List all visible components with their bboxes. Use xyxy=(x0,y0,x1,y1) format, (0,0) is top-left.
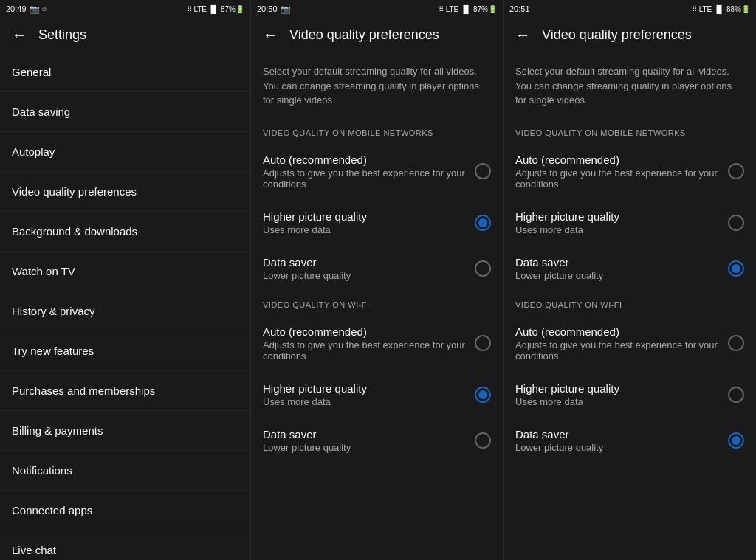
radio-btn-high-wifi-right[interactable] xyxy=(728,387,744,403)
status-time-1: 20:49 📷 ○ xyxy=(6,4,47,14)
notif-icons-1: 📷 ○ xyxy=(30,4,47,14)
radio-saver-mobile-middle[interactable]: Data saver Lower picture quality xyxy=(251,246,503,291)
settings-menu: General Data saving Autoplay Video quali… xyxy=(0,52,250,560)
radio-btn-high-mobile-right[interactable] xyxy=(728,215,744,231)
radio-btn-high-mobile-middle[interactable] xyxy=(475,215,491,231)
radio-saver-mobile-right[interactable]: Data saver Lower picture quality xyxy=(504,246,756,291)
status-bar-3: 20:51 ⠿ LTE ▐▌ 88%🔋 xyxy=(504,0,756,18)
signal-2: ⠿ LTE ▐▌ 87%🔋 xyxy=(439,5,497,13)
radio-btn-auto-mobile-middle[interactable] xyxy=(475,163,491,179)
radio-saver-wifi-middle[interactable]: Data saver Lower picture quality xyxy=(251,418,503,463)
status-bar-2: 20:50 📷 ⠿ LTE ▐▌ 87%🔋 xyxy=(251,0,503,18)
radio-auto-mobile-middle[interactable]: Auto (recommended) Adjusts to give you t… xyxy=(251,143,503,200)
vq-header-middle: ← Video quality preferences xyxy=(251,18,503,52)
settings-item-connected-apps[interactable]: Connected apps xyxy=(0,491,250,530)
time-1: 20:49 xyxy=(6,4,27,13)
vq-description-right: Select your default streaming quality fo… xyxy=(504,52,756,120)
radio-auto-mobile-right[interactable]: Auto (recommended) Adjusts to give you t… xyxy=(504,143,756,200)
status-time-3: 20:51 xyxy=(509,4,530,13)
radio-high-wifi-middle[interactable]: Higher picture quality Uses more data xyxy=(251,372,503,418)
settings-item-try-features[interactable]: Try new features xyxy=(0,331,250,371)
settings-item-live-chat[interactable]: Live chat xyxy=(0,530,250,560)
radio-high-wifi-right[interactable]: Higher picture quality Uses more data xyxy=(504,372,756,418)
radio-high-mobile-right[interactable]: Higher picture quality Uses more data xyxy=(504,200,756,246)
status-bar-1: 20:49 📷 ○ ⠿ LTE ▐▌ 87%🔋 xyxy=(0,0,250,18)
radio-btn-saver-mobile-right[interactable] xyxy=(728,260,744,277)
settings-item-video-quality[interactable]: Video quality preferences xyxy=(0,172,250,212)
signal-1: ⠿ LTE ▐▌ 87%🔋 xyxy=(187,5,244,13)
back-icon-2[interactable]: ← xyxy=(263,27,278,44)
camera-icon-2: 📷 xyxy=(281,4,291,14)
settings-item-autoplay[interactable]: Autoplay xyxy=(0,132,250,172)
time-2: 20:50 xyxy=(257,4,278,13)
settings-header: ← Settings xyxy=(0,18,250,52)
radio-btn-saver-wifi-right[interactable] xyxy=(728,432,744,449)
settings-item-data-saving[interactable]: Data saving xyxy=(0,92,250,132)
vq-panel-middle: 20:50 📷 ⠿ LTE ▐▌ 87%🔋 ← Video quality pr… xyxy=(251,0,504,560)
vq-title-right: Video quality preferences xyxy=(542,27,692,43)
radio-btn-saver-mobile-middle[interactable] xyxy=(475,260,491,277)
vq-header-right: ← Video quality preferences xyxy=(504,18,756,52)
vq-content-middle: Select your default streaming quality fo… xyxy=(251,52,503,560)
vq-content-right: Select your default streaming quality fo… xyxy=(504,52,756,560)
radio-auto-wifi-middle[interactable]: Auto (recommended) Adjusts to give you t… xyxy=(251,315,503,372)
settings-item-billing[interactable]: Billing & payments xyxy=(0,411,250,451)
radio-auto-wifi-right[interactable]: Auto (recommended) Adjusts to give you t… xyxy=(504,315,756,372)
signal-3: ⠿ LTE ▐▌ 88%🔋 xyxy=(692,5,750,13)
radio-btn-auto-wifi-middle[interactable] xyxy=(475,335,491,351)
settings-panel: 20:49 📷 ○ ⠿ LTE ▐▌ 87%🔋 ← Settings Gener… xyxy=(0,0,251,560)
back-icon-3[interactable]: ← xyxy=(515,27,530,44)
radio-btn-auto-wifi-right[interactable] xyxy=(728,335,744,351)
settings-item-purchases[interactable]: Purchases and memberships xyxy=(0,371,250,411)
status-time-2: 20:50 📷 xyxy=(257,4,291,14)
settings-item-watch-tv[interactable]: Watch on TV xyxy=(0,252,250,291)
radio-high-mobile-middle[interactable]: Higher picture quality Uses more data xyxy=(251,200,503,246)
section-label-wifi-middle: VIDEO QUALITY ON WI-FI xyxy=(251,291,503,315)
radio-btn-high-wifi-middle[interactable] xyxy=(475,387,491,403)
radio-btn-auto-mobile-right[interactable] xyxy=(728,163,744,179)
time-3: 20:51 xyxy=(509,4,530,13)
settings-item-general[interactable]: General xyxy=(0,52,250,92)
section-label-mobile-right: VIDEO QUALITY ON MOBILE NETWORKS xyxy=(504,120,756,143)
vq-panel-right: 20:51 ⠿ LTE ▐▌ 88%🔋 ← Video quality pref… xyxy=(504,0,756,560)
radio-btn-saver-wifi-middle[interactable] xyxy=(475,432,491,449)
settings-title: Settings xyxy=(38,27,86,43)
section-label-mobile-middle: VIDEO QUALITY ON MOBILE NETWORKS xyxy=(251,120,503,143)
section-label-wifi-right: VIDEO QUALITY ON WI-FI xyxy=(504,291,756,315)
settings-item-notifications[interactable]: Notifications xyxy=(0,451,250,491)
settings-item-history[interactable]: History & privacy xyxy=(0,291,250,331)
radio-saver-wifi-right[interactable]: Data saver Lower picture quality xyxy=(504,418,756,463)
settings-item-background[interactable]: Background & downloads xyxy=(0,212,250,252)
back-icon-1[interactable]: ← xyxy=(12,27,27,44)
vq-description-middle: Select your default streaming quality fo… xyxy=(251,52,503,120)
vq-title-middle: Video quality preferences xyxy=(289,27,439,43)
